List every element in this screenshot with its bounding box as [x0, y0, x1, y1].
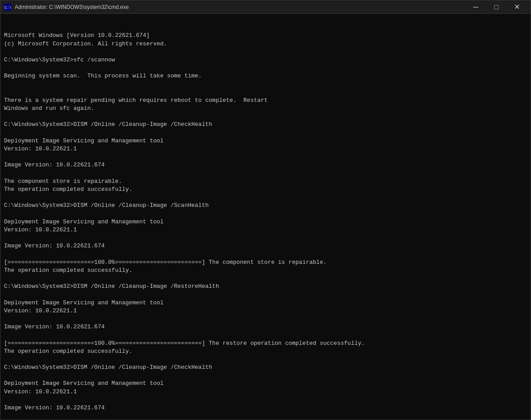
- console-line: [4, 194, 527, 202]
- console-line: The operation completed successfully.: [4, 186, 527, 194]
- console-line: [4, 250, 527, 258]
- console-line: [4, 48, 527, 56]
- console-line: C:\Windows\System32>sfc /scannow: [4, 56, 527, 64]
- console-line: [4, 355, 527, 363]
- console-line: C:\Windows\System32>DISM /Online /Cleanu…: [4, 363, 527, 372]
- console-line: [4, 170, 527, 178]
- console-line: Image Version: 10.0.22621.674: [4, 242, 527, 250]
- console-line: Deployment Image Servicing and Managemen…: [4, 137, 527, 145]
- console-line: The operation completed successfully.: [4, 347, 527, 355]
- console-line: [4, 153, 527, 161]
- console-line: The operation completed successfully.: [4, 267, 527, 275]
- console-line: (c) Microsoft Corporation. All rights re…: [4, 40, 527, 48]
- console-output[interactable]: Microsoft Windows [Version 10.0.22621.67…: [0, 14, 531, 420]
- console-line: Deployment Image Servicing and Managemen…: [4, 299, 527, 307]
- console-line: [=========================100.0%========…: [4, 258, 527, 267]
- console-line: Image Version: 10.0.22621.674: [4, 404, 527, 412]
- console-line: [4, 275, 527, 283]
- close-button[interactable]: ✕: [507, 0, 527, 14]
- console-line: [4, 331, 527, 339]
- console-line: Version: 10.0.22621.1: [4, 307, 527, 315]
- console-line: Beginning system scan. This process will…: [4, 72, 527, 80]
- console-line: Deployment Image Servicing and Managemen…: [4, 380, 527, 388]
- console-line: Version: 10.0.22621.1: [4, 388, 527, 396]
- console-line: Version: 10.0.22621.1: [4, 145, 527, 153]
- console-line: Deployment Image Servicing and Managemen…: [4, 218, 527, 226]
- console-line: C:\Windows\System32>DISM /Online /Cleanu…: [4, 283, 527, 291]
- console-line: Version: 10.0.22621.1: [4, 226, 527, 234]
- console-line: Image Version: 10.0.22621.674: [4, 323, 527, 331]
- console-line: Image Version: 10.0.22621.674: [4, 161, 527, 169]
- console-line: [4, 412, 527, 420]
- console-line: C:\Windows\System32>DISM /Online /Cleanu…: [4, 121, 527, 129]
- cmd-window: C:\_ Administrator: C:\WINDOWS\system32\…: [0, 0, 531, 420]
- svg-text:C:\_: C:\_: [4, 6, 11, 10]
- console-line: There is a system repair pending which r…: [4, 97, 527, 105]
- console-line: [4, 315, 527, 323]
- console-line: Windows and run sfc again.: [4, 105, 527, 113]
- console-line: [4, 234, 527, 242]
- minimize-button[interactable]: ─: [466, 0, 486, 14]
- console-line: [4, 210, 527, 218]
- console-line: [4, 372, 527, 380]
- console-line: [4, 81, 527, 89]
- maximize-button[interactable]: □: [486, 0, 507, 14]
- console-line: [4, 64, 527, 72]
- console-line: The component store is repairable.: [4, 178, 527, 186]
- cmd-icon: C:\_: [4, 4, 11, 11]
- title-bar: C:\_ Administrator: C:\WINDOWS\system32\…: [0, 0, 531, 14]
- console-line: [4, 129, 527, 137]
- console-line: [=========================100.0%========…: [4, 339, 527, 347]
- console-line: [4, 291, 527, 299]
- title-bar-left: C:\_ Administrator: C:\WINDOWS\system32\…: [4, 4, 129, 11]
- console-line: [4, 89, 527, 97]
- console-line: Microsoft Windows [Version 10.0.22621.67…: [4, 32, 527, 40]
- window-title: Administrator: C:\WINDOWS\system32\cmd.e…: [15, 4, 129, 10]
- console-line: [4, 396, 527, 404]
- window-controls: ─ □ ✕: [466, 0, 527, 14]
- console-line: [4, 113, 527, 121]
- console-line: C:\Windows\System32>DISM /Online /Cleanu…: [4, 202, 527, 210]
